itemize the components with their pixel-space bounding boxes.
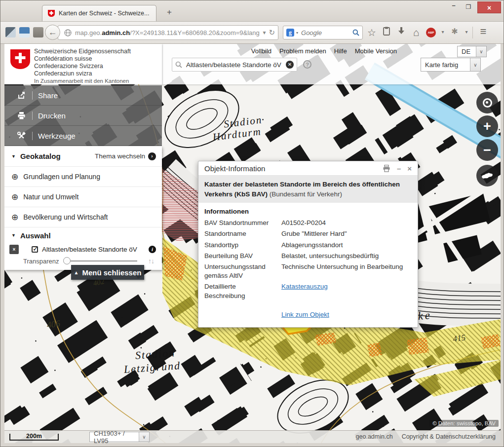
addon-burst-icon[interactable]: ✱: [449, 27, 461, 36]
reload-icon[interactable]: ↻: [269, 28, 275, 37]
swiss-flag-favicon: [47, 9, 55, 17]
toolbar-addon-icon-1[interactable]: [5, 27, 16, 37]
slider-knob[interactable]: [63, 257, 71, 264]
geocatalog-panel: ▼ Geokatalog Thema wechseln › ⊕ Grundlag…: [4, 146, 162, 270]
thema-wechseln-link[interactable]: Thema wechseln ›: [95, 152, 156, 160]
geokatalog-header[interactable]: ▼ Geokatalog Thema wechseln ›: [4, 146, 162, 167]
catalog-item-grundlagen[interactable]: ⊕ Grundlagen und Planung: [4, 167, 162, 187]
link-vollbild[interactable]: Vollbild: [251, 47, 271, 55]
sidebar-item-werkzeuge[interactable]: Werkzeuge: [4, 126, 162, 146]
map-label-contour-406: 406: [46, 318, 61, 330]
chevron-down-icon: ∨: [139, 432, 149, 442]
window-maximize-button[interactable]: ❐: [462, 3, 475, 10]
map-zoom-out-button[interactable]: −: [476, 139, 498, 161]
catalog-item-bevoelkerung[interactable]: ⊕ Bevölkerung und Wirtschaft: [4, 207, 162, 227]
downloads-icon[interactable]: [395, 27, 407, 37]
popup-body: Informationen BAV Standortnummer A01502-…: [198, 203, 418, 327]
hamburger-menu-icon[interactable]: ≡: [477, 25, 489, 38]
share-icon: [17, 91, 26, 100]
toolbar-dropdown-icon[interactable]: ▾: [461, 29, 472, 35]
page-viewport: Stadion Hardturm Bhf. Hardbrücke Stadion…: [4, 44, 501, 443]
chevron-down-icon: ∨: [476, 46, 486, 57]
map-extent-button[interactable]: [476, 165, 498, 186]
back-button[interactable]: ←: [45, 25, 60, 40]
geoadmin-link[interactable]: geo.admin.ch: [356, 433, 393, 440]
map-style-select[interactable]: Karte farbig ∨: [421, 58, 481, 72]
window-minimize-button[interactable]: –: [447, 1, 460, 9]
info-label: BAV Standortnummer: [204, 219, 277, 227]
browser-toolbar: ← map.geo.admin.ch/?X=249138.11&Y=680698…: [0, 21, 504, 44]
sidebar-item-drucken[interactable]: Drucken: [4, 106, 162, 126]
menu-close-button[interactable]: ▲ Menü schliessen: [71, 265, 144, 280]
new-tab-button[interactable]: +: [163, 7, 175, 17]
printer-icon: [17, 112, 26, 120]
toolbar-addon-icon-2[interactable]: [19, 27, 30, 37]
info-value: Ablagerungsstandort: [281, 241, 412, 250]
swiss-coat-of-arms[interactable]: [9, 48, 31, 70]
catalog-item-natur[interactable]: ⊕ Natur und Umwelt: [4, 187, 162, 207]
bookmark-star-icon[interactable]: ☆: [366, 27, 378, 38]
home-icon[interactable]: ⌂: [410, 27, 422, 38]
search-help-icon[interactable]: ?: [303, 60, 311, 69]
info-table: BAV Standortnummer A01502-P0204 Standort…: [204, 219, 412, 319]
globe-icon: [64, 29, 72, 37]
map-attribution: © Daten: swisstopo, BAV: [429, 420, 499, 427]
popup-title: Objekt-Information: [204, 164, 265, 173]
toolbar-separator: [472, 27, 473, 38]
object-link[interactable]: Link zum Objekt: [281, 311, 329, 318]
magnifier-icon[interactable]: [352, 29, 359, 36]
triangle-up-icon: ▲: [74, 270, 79, 275]
adblock-dropdown-icon[interactable]: ▾: [437, 29, 449, 35]
auswahl-header[interactable]: ▼ Auswahl: [4, 227, 162, 243]
header-links: Vollbild Problem melden Hilfe Mobile Ver…: [251, 47, 397, 55]
info-value: Grube "Mittlerer Hard": [281, 229, 412, 238]
print-icon[interactable]: [383, 165, 390, 172]
katasterauszug-link[interactable]: Katasterauszug: [281, 283, 328, 290]
layer-checkbox[interactable]: ✓: [32, 246, 38, 253]
link-mobile-version[interactable]: Mobile Version: [355, 47, 397, 55]
info-value: Technische Untersuchung in Bearbeitung: [281, 262, 412, 280]
footer-bar: 200m CH1903+ / LV95 ∨ geo.admin.ch Copyr…: [4, 430, 501, 443]
projection-select[interactable]: CH1903+ / LV95 ∨: [89, 432, 150, 442]
clear-search-icon[interactable]: ✕: [286, 61, 294, 69]
google-search-box[interactable]: g ▾: [283, 26, 363, 39]
layer-reorder-arrows[interactable]: ↑↓: [148, 257, 154, 265]
map-zoom-in-button[interactable]: +: [476, 115, 498, 137]
switzerland-icon: [481, 172, 494, 180]
dataset-title: Kataster der belasteten Standorte im Ber…: [198, 176, 418, 203]
tab-title: Karten der Schweiz - Schweize...: [59, 10, 149, 17]
info-section-header: Informationen: [204, 208, 412, 215]
search-engine-dropdown-icon[interactable]: ▾: [296, 31, 298, 35]
url-bar[interactable]: map.geo.admin.ch/?X=249138.11&Y=680698.2…: [58, 25, 278, 40]
window-close-button[interactable]: ×: [477, 1, 501, 13]
close-popup-icon[interactable]: ×: [407, 164, 412, 173]
bookmarks-panel-icon[interactable]: [381, 27, 392, 38]
remove-layer-button[interactable]: ×: [9, 245, 19, 254]
link-problem-melden[interactable]: Problem melden: [279, 47, 326, 55]
language-select[interactable]: DE ∨: [457, 46, 487, 57]
search-input[interactable]: [185, 61, 283, 69]
toolbar-addon-icon-3[interactable]: [33, 27, 43, 37]
tools-icon: [17, 132, 26, 140]
minimize-popup-icon[interactable]: –: [397, 164, 401, 173]
info-label: Standortname: [204, 229, 277, 238]
info-label: Detaillierte Beschreibung: [204, 282, 277, 300]
layer-search-field[interactable]: ✕: [172, 58, 297, 72]
google-search-input[interactable]: [300, 29, 350, 37]
copyright-link[interactable]: Copyright & Datenschutzerklärung: [402, 433, 496, 440]
map-label-contour-415: 415: [452, 333, 466, 343]
url-dropdown-icon[interactable]: ▾: [263, 29, 266, 36]
footer-links: geo.admin.ch Copyright & Datenschutzerkl…: [356, 433, 496, 440]
chevron-down-icon: ∨: [470, 58, 480, 71]
triangle-down-icon: ▼: [11, 233, 16, 238]
link-hilfe[interactable]: Hilfe: [334, 47, 347, 55]
window-titlebar: Karten der Schweiz - Schweize... + – ❐ ×: [0, 0, 504, 21]
popup-header[interactable]: Objekt-Information – ×: [198, 161, 418, 176]
browser-tab[interactable]: Karten der Schweiz - Schweize...: [42, 5, 156, 21]
transparency-slider[interactable]: [64, 261, 137, 261]
map-geolocate-button[interactable]: [476, 92, 498, 113]
sidebar-item-share[interactable]: Share: [4, 85, 162, 106]
layer-info-icon[interactable]: i: [149, 246, 156, 253]
cooperation-note: In Zusammenarbeit mit den Kantonen: [34, 78, 129, 84]
adblock-icon[interactable]: ABP: [426, 28, 436, 37]
